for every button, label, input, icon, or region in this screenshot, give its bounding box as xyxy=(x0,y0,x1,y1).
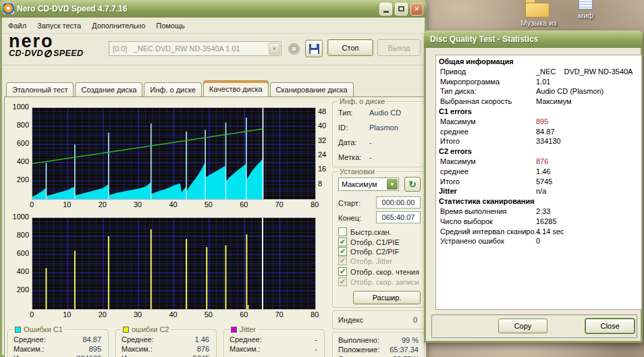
checkbox-4[interactable]: ✔Отобр. скор. чтения xyxy=(338,267,419,276)
status-label: Выполнено: xyxy=(338,336,379,344)
checkbox-2[interactable]: ✔Отобр. C2/PIF xyxy=(338,247,399,256)
stats-row-value: 1.46 xyxy=(536,167,550,175)
x-axis-tick-label: 30 xyxy=(130,310,146,319)
desktop-icon-folder[interactable] xyxy=(525,0,552,20)
disc-info-label: Тип: xyxy=(338,109,352,117)
y-axis-tick-label: 400 xyxy=(6,157,29,165)
stats-row-4: Выбранная скоростьМаксимум xyxy=(436,97,641,107)
menu-item-0[interactable]: Файл xyxy=(3,20,31,31)
stats-row-label: Тип диска: xyxy=(440,87,477,95)
disc-info-value: Plasmon xyxy=(369,123,398,132)
window-titlebar[interactable]: Nero CD-DVD Speed 4.7.7.16 × xyxy=(0,0,427,18)
checkbox-0[interactable]: Быстр.скан. xyxy=(338,227,392,236)
stats-row-label: Привод xyxy=(440,67,466,76)
disc-info-label: ID: xyxy=(338,123,348,132)
checkbox-box[interactable] xyxy=(338,227,347,236)
tab-3[interactable]: Качество диска xyxy=(203,80,269,97)
advanced-button[interactable]: Расшир. xyxy=(353,291,421,304)
x-axis-tick-label: 40 xyxy=(165,200,182,209)
speed-select[interactable]: Максимум ▼ xyxy=(338,177,399,191)
desktop-icon-folder-label[interactable]: Музыка из xyxy=(510,19,567,27)
menu-item-1[interactable]: Запуск теста xyxy=(32,20,86,31)
refresh-button[interactable]: ↻ xyxy=(404,177,421,192)
y2-axis-tick-label: 8 xyxy=(318,180,322,188)
stats-row-value: Audio CD (Plasmon) xyxy=(536,87,603,95)
stats-row-7: среднее84.87 xyxy=(436,128,641,138)
start-field[interactable]: 000:00.00 xyxy=(376,196,421,209)
stats-row-value: 2:33 xyxy=(536,207,550,215)
stats-row-9: C2 errors xyxy=(436,147,641,157)
checkbox-1[interactable]: ✔Отобр. C1/PIE xyxy=(338,238,400,246)
y-axis-tick-label: 800 xyxy=(6,121,29,129)
disc-info-value: - xyxy=(369,138,372,146)
stats-row-10: Максимум876 xyxy=(436,157,641,167)
tab-0[interactable]: Эталонный тест xyxy=(6,82,74,97)
stats-row-18: Устранено ошибок0 xyxy=(436,237,641,247)
y2-axis-tick-label: 16 xyxy=(318,165,326,173)
tab-2[interactable]: Инф. о диске xyxy=(144,82,201,97)
y-axis-tick-label: 1000 xyxy=(6,213,29,221)
copy-button[interactable]: Copy xyxy=(498,319,547,333)
checkbox-box[interactable]: ✔ xyxy=(338,247,347,256)
chevron-down-icon[interactable]: ▼ xyxy=(269,43,280,55)
menu-item-3[interactable]: Помощь xyxy=(151,20,190,31)
end-field[interactable]: 065:40.07 xyxy=(376,211,421,223)
checkbox-box[interactable]: ✔ xyxy=(338,238,347,246)
stats-row-8: Итого334130 xyxy=(436,137,641,147)
eject-disc-button[interactable] xyxy=(285,40,302,57)
legend-caption: ошибки C2 xyxy=(121,325,171,333)
stats-row-value: 84.87 xyxy=(536,128,555,136)
desktop-icon-document[interactable] xyxy=(579,0,595,11)
checkbox-box: ✔ xyxy=(338,256,347,265)
x-axis-tick-label: 10 xyxy=(59,200,75,209)
legend-row-value: 876 xyxy=(197,345,209,353)
minimize-button[interactable] xyxy=(379,3,392,16)
checkbox-label: Отобр. Jitter xyxy=(350,257,392,265)
nero-window: Nero CD-DVD Speed 4.7.7.16 × ФайлЗапуск … xyxy=(0,0,427,357)
legend-row-value: 1.46 xyxy=(195,335,209,344)
desktop-icon-document-label[interactable]: миф xyxy=(571,11,601,20)
chart-plot xyxy=(32,107,316,200)
close-button[interactable]: × xyxy=(410,3,423,16)
stats-row-value: Максимум xyxy=(536,97,572,105)
disc-icon xyxy=(44,50,53,57)
stats-row-value: 895 xyxy=(536,117,548,126)
dialog-title: Disc Quality Test - Statistics xyxy=(430,34,539,44)
y-axis-tick-label: 200 xyxy=(6,175,29,184)
maximize-button[interactable] xyxy=(395,3,408,16)
stats-row-label: среднее xyxy=(440,128,468,136)
checkbox-label: Отобр. C1/PIE xyxy=(350,238,400,246)
checkbox-label: Быстр.скан. xyxy=(350,228,392,236)
stats-row-value: _NEC DVD_RW ND-3540A xyxy=(536,67,633,76)
window-title: Nero CD-DVD Speed 4.7.7.16 xyxy=(17,4,127,13)
dialog-titlebar[interactable]: Disc Quality Test - Statistics xyxy=(424,30,643,48)
legend-row-value: 84.87 xyxy=(82,335,101,344)
statistics-list: Общая информацияПривод_NEC DVD_RW ND-354… xyxy=(435,55,642,310)
legend-box-2: JitterСреднее:-Максим.:- xyxy=(223,329,325,357)
stats-row-0: Общая информация xyxy=(436,57,641,67)
x-axis-tick-label: 60 xyxy=(236,200,252,209)
dialog-close-button[interactable]: Close xyxy=(585,319,635,333)
x-axis-tick-label: 30 xyxy=(130,200,146,209)
tab-1[interactable]: Создание диска xyxy=(75,82,142,97)
checkbox-box[interactable]: ✔ xyxy=(338,267,347,276)
menu-item-2[interactable]: Дополнительно xyxy=(87,20,150,31)
tab-4[interactable]: Сканирование диска xyxy=(270,82,354,97)
floppy-icon xyxy=(309,44,319,54)
save-button[interactable] xyxy=(305,40,323,57)
legend-caption: Jitter xyxy=(229,325,258,333)
legend-row-label: Среднее: xyxy=(230,335,262,344)
x-axis-tick-label: 20 xyxy=(95,310,111,319)
legend-title: ошибки C2 xyxy=(132,325,169,333)
x-axis-tick-label: 80 xyxy=(306,200,323,209)
stats-row-value: 5745 xyxy=(536,177,552,186)
drive-select[interactable]: [0:0] _NEC DVD_RW ND-3540A 1.01 ▼ xyxy=(109,41,281,56)
settings-groupbox: Установки Максимум ▼ ↻ Старт: 000:00.00 … xyxy=(332,171,425,308)
stop-button[interactable]: Стоп xyxy=(327,39,373,56)
chevron-down-icon[interactable]: ▼ xyxy=(387,179,398,190)
stats-row-label: Итого xyxy=(440,137,460,145)
toolbar: nero CD·DVD SPEED [0:0] _NEC DVD_RW ND-3… xyxy=(2,34,425,65)
exit-button[interactable]: Выход xyxy=(377,39,421,56)
disc-info-caption: Инф. о диске xyxy=(338,97,387,105)
legend-color-swatch xyxy=(123,327,129,333)
